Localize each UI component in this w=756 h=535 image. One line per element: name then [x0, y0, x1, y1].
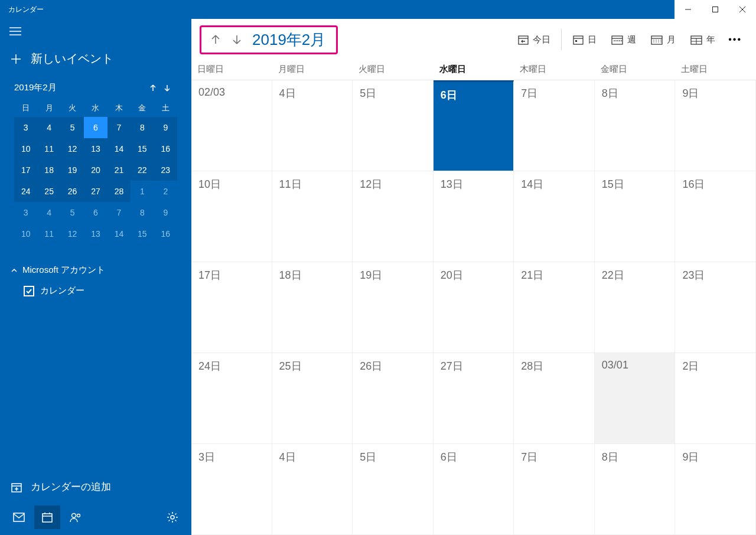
account-toggle[interactable]: Microsoft アカウント — [11, 261, 181, 279]
mini-day[interactable]: 14 — [107, 138, 131, 159]
view-year-button[interactable]: 年 — [683, 34, 722, 45]
day-cell[interactable]: 13日 — [434, 171, 514, 262]
current-month-label[interactable]: 2019年2月 — [247, 28, 330, 51]
day-cell[interactable]: 19日 — [353, 262, 434, 353]
mini-day[interactable]: 15 — [131, 223, 154, 244]
day-cell[interactable]: 12日 — [353, 171, 434, 262]
mini-day[interactable]: 13 — [84, 223, 107, 244]
mini-day[interactable]: 15 — [131, 138, 154, 159]
mini-day[interactable]: 16 — [154, 138, 177, 159]
calendar-button[interactable] — [34, 505, 60, 529]
day-cell[interactable]: 25日 — [272, 353, 353, 444]
day-cell[interactable]: 10日 — [191, 171, 272, 262]
day-cell[interactable]: 15日 — [595, 171, 676, 262]
day-cell[interactable]: 7日 — [514, 444, 595, 535]
day-cell[interactable]: 22日 — [595, 262, 676, 353]
mini-day[interactable]: 26 — [61, 181, 84, 202]
mini-day[interactable]: 19 — [61, 159, 84, 181]
mini-day[interactable]: 1 — [131, 181, 154, 202]
mini-next-button[interactable] — [163, 84, 177, 92]
day-cell[interactable]: 9日 — [675, 444, 756, 535]
view-week-button[interactable]: 週 — [604, 34, 643, 45]
mini-day[interactable]: 10 — [14, 223, 37, 244]
mini-day[interactable]: 9 — [154, 117, 177, 138]
mini-day[interactable]: 21 — [107, 159, 131, 181]
next-month-button[interactable] — [226, 29, 247, 50]
mini-day[interactable]: 13 — [84, 138, 107, 159]
mini-day[interactable]: 20 — [84, 159, 107, 181]
window-close-button[interactable] — [729, 0, 756, 19]
hamburger-button[interactable] — [0, 19, 191, 41]
mini-day[interactable]: 24 — [14, 181, 37, 202]
mini-day[interactable]: 8 — [131, 117, 154, 138]
mini-day[interactable]: 12 — [61, 138, 84, 159]
mini-day[interactable]: 4 — [37, 202, 60, 223]
day-cell[interactable]: 26日 — [353, 353, 434, 444]
mini-day[interactable]: 27 — [84, 181, 107, 202]
new-event-button[interactable]: 新しいイベント — [0, 41, 191, 79]
day-cell[interactable]: 8日 — [595, 80, 676, 171]
mini-calendar-title[interactable]: 2019年2月 — [14, 82, 57, 93]
day-cell[interactable]: 6日 — [434, 80, 514, 171]
mini-day[interactable]: 2 — [154, 181, 177, 202]
view-month-button[interactable]: 月 — [643, 34, 683, 45]
mini-day[interactable]: 17 — [14, 159, 37, 181]
day-cell[interactable]: 5日 — [353, 444, 434, 535]
calendar-checkbox-row[interactable]: カレンダー — [11, 279, 181, 296]
mini-prev-button[interactable] — [149, 84, 163, 92]
day-cell[interactable]: 3日 — [191, 444, 272, 535]
day-cell[interactable]: 4日 — [272, 444, 353, 535]
settings-button[interactable] — [159, 505, 185, 529]
day-cell[interactable]: 6日 — [434, 444, 514, 535]
day-cell[interactable]: 17日 — [191, 262, 272, 353]
day-cell[interactable]: 8日 — [595, 444, 676, 535]
mini-day[interactable]: 6 — [84, 117, 107, 138]
mini-day[interactable]: 28 — [107, 181, 131, 202]
more-button[interactable]: ••• — [722, 34, 748, 45]
day-cell[interactable]: 28日 — [514, 353, 595, 444]
day-cell[interactable]: 27日 — [434, 353, 514, 444]
view-day-button[interactable]: 日 — [565, 34, 604, 45]
mini-day[interactable]: 7 — [107, 117, 131, 138]
mini-day[interactable]: 3 — [14, 117, 37, 138]
mini-day[interactable]: 23 — [154, 159, 177, 181]
mini-day[interactable]: 7 — [107, 202, 131, 223]
mini-day[interactable]: 16 — [154, 223, 177, 244]
day-cell[interactable]: 23日 — [675, 262, 756, 353]
mini-day[interactable]: 11 — [37, 223, 60, 244]
day-cell[interactable]: 5日 — [353, 80, 434, 171]
add-calendar-button[interactable]: カレンダーの追加 — [0, 472, 191, 502]
mini-day[interactable]: 18 — [37, 159, 60, 181]
mail-button[interactable] — [6, 505, 32, 529]
mini-day[interactable]: 25 — [37, 181, 60, 202]
day-cell[interactable]: 20日 — [434, 262, 514, 353]
prev-month-button[interactable] — [205, 29, 226, 50]
mini-day[interactable]: 11 — [37, 138, 60, 159]
today-button[interactable]: 今日 — [510, 34, 558, 45]
day-cell[interactable]: 24日 — [191, 353, 272, 444]
day-cell[interactable]: 02/03 — [191, 80, 272, 171]
day-cell[interactable]: 2日 — [675, 353, 756, 444]
day-cell[interactable]: 14日 — [514, 171, 595, 262]
day-cell[interactable]: 11日 — [272, 171, 353, 262]
mini-day[interactable]: 10 — [14, 138, 37, 159]
mini-day[interactable]: 3 — [14, 202, 37, 223]
window-minimize-button[interactable] — [674, 0, 702, 19]
day-cell[interactable]: 18日 — [272, 262, 353, 353]
mini-day[interactable]: 5 — [61, 117, 84, 138]
day-cell[interactable]: 03/01 — [595, 353, 676, 444]
day-cell[interactable]: 21日 — [514, 262, 595, 353]
day-cell[interactable]: 7日 — [514, 80, 595, 171]
mini-day[interactable]: 22 — [131, 159, 154, 181]
window-maximize-button[interactable] — [702, 0, 729, 19]
day-cell[interactable]: 4日 — [272, 80, 353, 171]
mini-day[interactable]: 4 — [37, 117, 60, 138]
people-button[interactable] — [63, 505, 89, 529]
day-cell[interactable]: 9日 — [675, 80, 756, 171]
mini-day[interactable]: 5 — [61, 202, 84, 223]
day-cell[interactable]: 16日 — [675, 171, 756, 262]
mini-day[interactable]: 12 — [61, 223, 84, 244]
mini-day[interactable]: 9 — [154, 202, 177, 223]
mini-day[interactable]: 6 — [84, 202, 107, 223]
mini-day[interactable]: 8 — [131, 202, 154, 223]
